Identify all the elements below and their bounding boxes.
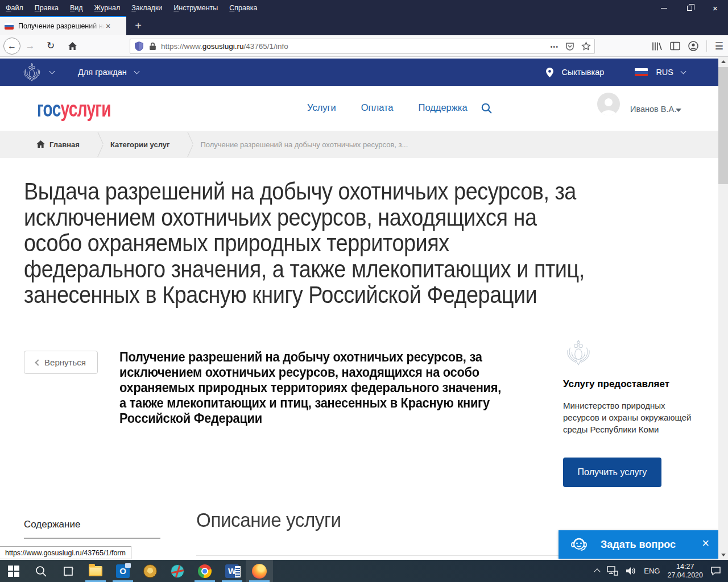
contents-divider <box>24 538 160 539</box>
scroll-up-arrow[interactable] <box>718 57 728 66</box>
ask-question-widget[interactable]: Задать вопрос × <box>559 530 718 559</box>
forward-button[interactable]: → <box>22 38 39 55</box>
page-viewport: Для граждан Сыктывкар RUS госуслуги Услу… <box>0 57 718 560</box>
taskbar-chrome[interactable] <box>191 560 218 582</box>
taskbar: O W ENG 14:27 27.04.2020 <box>0 560 728 582</box>
provider-name: Министерство природных ресурсов и охраны… <box>563 400 691 435</box>
gosuslugi-logo[interactable]: госуслуги <box>37 97 111 122</box>
audience-selector[interactable]: Для граждан <box>78 68 127 77</box>
site-nav: Услуги Оплата Поддержка <box>307 102 468 113</box>
window-controls: × <box>651 0 728 16</box>
menu-file[interactable]: Файл <box>0 0 29 16</box>
chevron-down-icon[interactable] <box>49 68 55 74</box>
menu-help[interactable]: Справка <box>224 0 263 16</box>
nav-payment[interactable]: Оплата <box>361 102 394 113</box>
support-chat-icon <box>570 536 588 553</box>
page-title: Выдача разрешений на добычу охотничьих р… <box>24 178 647 308</box>
back-button[interactable]: ← <box>3 38 20 55</box>
home-icon[interactable] <box>36 140 45 148</box>
keyboard-language[interactable]: ENG <box>644 567 660 575</box>
url-bar[interactable]: https://www.gosuslugi.ru/43765/1/info ••… <box>130 39 595 54</box>
page-actions-icon[interactable]: ••• <box>550 43 559 50</box>
action-center-icon[interactable] <box>710 566 721 576</box>
pocket-icon[interactable] <box>565 42 574 51</box>
close-button[interactable]: × <box>702 0 728 16</box>
active-tab[interactable]: Получение разрешений на до × <box>0 16 126 35</box>
user-caret-icon[interactable] <box>676 109 681 112</box>
site-header: Для граждан Сыктывкар RUS <box>0 59 718 86</box>
windows-logo-icon <box>8 566 19 577</box>
get-service-button[interactable]: Получить услугу <box>563 458 661 487</box>
nav-support[interactable]: Поддержка <box>419 102 468 113</box>
russia-flag-favicon <box>5 23 14 30</box>
home-icon <box>68 41 77 51</box>
taskbar-globe-app[interactable] <box>164 560 191 582</box>
taskbar-search-button[interactable] <box>27 560 55 582</box>
tracking-shield-icon[interactable] <box>135 41 143 51</box>
scrollbar-thumb[interactable] <box>718 67 728 184</box>
taskbar-outlook[interactable]: O <box>109 560 136 582</box>
chevron-down-icon[interactable] <box>681 68 686 74</box>
restore-button[interactable] <box>677 0 702 16</box>
compass-badge-icon <box>143 564 157 578</box>
russia-flag-icon <box>635 68 648 76</box>
return-button[interactable]: Вернуться <box>24 351 98 374</box>
breadcrumb-separator <box>177 131 192 158</box>
clock[interactable]: 14:27 27.04.2020 <box>667 563 703 580</box>
breadcrumb: Главная Категории услуг Получение разреш… <box>0 131 718 158</box>
lock-icon <box>149 42 156 51</box>
search-button[interactable] <box>481 103 492 114</box>
hamburger-menu-icon[interactable]: ☰ <box>715 40 723 52</box>
scrollbar[interactable] <box>718 57 728 560</box>
avatar[interactable] <box>597 93 620 115</box>
network-icon[interactable] <box>607 566 618 576</box>
tab-title: Получение разрешений на до <box>18 22 105 30</box>
word-icon: W <box>225 564 239 578</box>
browser-tabbar: Получение разрешений на до × + <box>0 16 728 35</box>
scroll-down-arrow[interactable] <box>718 550 728 560</box>
new-tab-button[interactable]: + <box>131 19 146 32</box>
menu-bookmarks[interactable]: Закладки <box>126 0 168 16</box>
language-selector[interactable]: RUS <box>656 68 673 77</box>
minimize-button[interactable] <box>651 0 677 16</box>
system-tray: ENG 14:27 27.04.2020 <box>595 560 728 582</box>
chevron-down-icon[interactable] <box>134 68 139 74</box>
chat-close-icon[interactable]: × <box>702 537 709 550</box>
task-view-button[interactable] <box>55 560 82 582</box>
library-icon[interactable] <box>652 41 662 51</box>
close-icon: × <box>713 4 718 13</box>
home-button[interactable] <box>64 38 81 55</box>
account-icon[interactable] <box>688 41 698 51</box>
breadcrumb-current: Получение разрешений на добычу охотничьи… <box>200 140 408 149</box>
taskbar-compass-app[interactable] <box>136 560 164 582</box>
breadcrumb-separator <box>88 131 102 158</box>
sidebar-icon[interactable] <box>670 41 680 51</box>
city-selector[interactable]: Сыктывкар <box>561 68 604 77</box>
bookmark-star-icon[interactable] <box>581 41 591 51</box>
browser-toolbar: ← → ↻ https://www.gosuslugi.ru/43765/1/i… <box>0 35 728 57</box>
user-menu[interactable]: Иванов В.А. <box>630 105 676 114</box>
breadcrumb-home[interactable]: Главная <box>49 140 80 149</box>
task-view-icon <box>63 566 74 577</box>
location-pin-icon <box>546 68 553 77</box>
coat-of-arms-icon[interactable] <box>22 61 42 83</box>
taskbar-explorer[interactable] <box>82 560 109 582</box>
url-text: https://www.gosuslugi.ru/43765/1/info <box>161 42 288 51</box>
hidden-icons-chevron[interactable] <box>594 568 601 575</box>
breadcrumb-categories[interactable]: Категории услуг <box>110 140 170 149</box>
menu-view[interactable]: Вид <box>64 0 89 16</box>
reload-button[interactable]: ↻ <box>42 38 59 55</box>
clock-time: 14:27 <box>667 563 703 571</box>
status-bar-link: https://www.gosuslugi.ru/43765/1/form <box>0 546 131 559</box>
taskbar-firefox[interactable] <box>246 560 273 582</box>
volume-icon[interactable] <box>626 566 636 576</box>
menu-edit[interactable]: Правка <box>29 0 64 16</box>
start-button[interactable] <box>0 560 27 582</box>
nav-services[interactable]: Услуги <box>307 102 336 113</box>
contents-heading: Содержание <box>24 519 80 530</box>
menu-history[interactable]: Журнал <box>89 0 126 16</box>
taskbar-word[interactable]: W <box>218 560 246 582</box>
menu-tools[interactable]: Инструменты <box>168 0 224 16</box>
tab-close-icon[interactable]: × <box>106 22 110 30</box>
service-subtitle: Получение разрешений на добычу охотничьи… <box>119 350 521 426</box>
